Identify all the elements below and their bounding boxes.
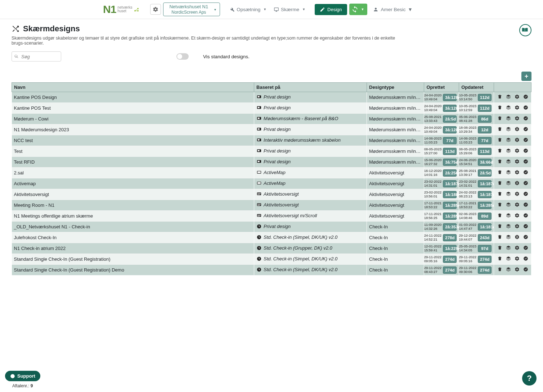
row-delete[interactable] xyxy=(497,234,503,241)
sync-button[interactable]: ▼ xyxy=(349,4,368,15)
row-stack[interactable] xyxy=(505,191,512,198)
row-delete[interactable] xyxy=(497,158,503,166)
table-row[interactable]: Standard Single Check-In (Guest Registra… xyxy=(12,265,531,275)
row-settings[interactable] xyxy=(514,201,520,209)
row-delete[interactable] xyxy=(497,137,503,144)
nav-screens[interactable]: Skærme▼ xyxy=(271,5,308,14)
row-delete[interactable] xyxy=(497,191,503,198)
row-stack[interactable] xyxy=(505,115,512,123)
table-row[interactable]: 2.salActiveMapAktivitetsoversigt16-12-20… xyxy=(12,168,531,178)
row-approve[interactable] xyxy=(522,212,529,220)
row-approve[interactable] xyxy=(522,234,529,241)
row-approve[interactable] xyxy=(522,169,529,177)
row-stack[interactable] xyxy=(505,266,512,274)
table-row[interactable]: Julefrokost Check-InStd. Check-in (Simpe… xyxy=(12,232,531,243)
row-approve[interactable] xyxy=(522,201,529,209)
row-approve[interactable] xyxy=(522,115,529,123)
row-settings[interactable] xyxy=(514,104,520,112)
row-approve[interactable] xyxy=(522,104,529,112)
table-row[interactable]: Kantine POS DesignPrivat designMøderumss… xyxy=(12,92,531,103)
std-designs-toggle[interactable] xyxy=(176,53,189,60)
row-settings[interactable] xyxy=(514,212,520,220)
row-approve[interactable] xyxy=(522,266,529,274)
search-input[interactable] xyxy=(12,51,61,61)
settings-gear-button[interactable] xyxy=(150,4,161,15)
row-stack[interactable] xyxy=(505,158,512,166)
row-stack[interactable] xyxy=(505,104,512,112)
table-row[interactable]: Test RFIDPrivat designMøderumsskærm m/in… xyxy=(12,157,531,168)
col-name[interactable]: Navn xyxy=(12,83,254,92)
row-settings[interactable] xyxy=(514,191,520,198)
row-settings[interactable] xyxy=(514,169,520,177)
row-delete[interactable] xyxy=(497,126,503,133)
row-delete[interactable] xyxy=(497,255,503,263)
col-based[interactable]: Baseret på xyxy=(254,83,367,92)
row-settings[interactable] xyxy=(514,234,520,241)
col-updated[interactable]: Opdateret xyxy=(459,83,494,92)
row-delete[interactable] xyxy=(497,212,503,220)
row-approve[interactable] xyxy=(522,126,529,133)
row-settings[interactable] xyxy=(514,180,520,187)
row-settings[interactable] xyxy=(514,137,520,144)
row-settings[interactable] xyxy=(514,94,520,101)
row-delete[interactable] xyxy=(497,180,503,187)
row-approve[interactable] xyxy=(522,137,529,144)
table-row[interactable]: Meeting Room - N1AktivitetsoversigtAktiv… xyxy=(12,200,531,211)
table-row[interactable]: Møderum - CowiMøderumsskærm - Baseret på… xyxy=(12,114,531,124)
row-delete[interactable] xyxy=(497,104,503,112)
table-row[interactable]: N1 Møderumsdesign 2023Privat designMøder… xyxy=(12,124,531,135)
row-approve[interactable] xyxy=(522,255,529,263)
row-delete[interactable] xyxy=(497,115,503,123)
table-row[interactable]: TestPrivat designMøderumsskærm m/inte...… xyxy=(12,146,531,157)
table-row[interactable]: Kantine POS TestPrivat designMøderumsskæ… xyxy=(12,103,531,114)
row-approve[interactable] xyxy=(522,245,529,252)
nav-design[interactable]: Design xyxy=(315,4,347,15)
table-row[interactable]: Standard Single Check-In (Guest Registra… xyxy=(12,254,531,265)
row-approve[interactable] xyxy=(522,180,529,187)
help-docs-button[interactable] xyxy=(519,24,531,36)
nav-setup[interactable]: Opsætning▼ xyxy=(226,5,269,14)
row-stack[interactable] xyxy=(505,255,512,263)
row-settings[interactable] xyxy=(514,158,520,166)
row-stack[interactable] xyxy=(505,245,512,252)
row-approve[interactable] xyxy=(522,158,529,166)
row-stack[interactable] xyxy=(505,223,512,231)
row-settings[interactable] xyxy=(514,147,520,155)
row-settings[interactable] xyxy=(514,266,520,274)
user-menu[interactable]: Amer Besic▼ xyxy=(373,7,412,12)
row-stack[interactable] xyxy=(505,147,512,155)
row-delete[interactable] xyxy=(497,223,503,231)
table-row[interactable]: N1 Check-in atrium 2022Std. Check-in (Gr… xyxy=(12,243,531,254)
row-approve[interactable] xyxy=(522,94,529,101)
table-row[interactable]: AktivitetsoversigtAktivitetsoversigtAkti… xyxy=(12,189,531,200)
row-stack[interactable] xyxy=(505,234,512,241)
row-stack[interactable] xyxy=(505,137,512,144)
row-stack[interactable] xyxy=(505,201,512,209)
row-stack[interactable] xyxy=(505,94,512,101)
row-settings[interactable] xyxy=(514,115,520,123)
row-delete[interactable] xyxy=(497,147,503,155)
add-design-button[interactable]: + xyxy=(521,72,531,81)
row-delete[interactable] xyxy=(497,94,503,101)
col-type[interactable]: Designtype xyxy=(367,83,424,92)
row-delete[interactable] xyxy=(497,169,503,177)
row-stack[interactable] xyxy=(505,126,512,133)
row-settings[interactable] xyxy=(514,245,520,252)
row-settings[interactable] xyxy=(514,255,520,263)
row-stack[interactable] xyxy=(505,212,512,220)
row-settings[interactable] xyxy=(514,126,520,133)
row-stack[interactable] xyxy=(505,169,512,177)
row-delete[interactable] xyxy=(497,201,503,209)
table-row[interactable]: N1 Meetings offentlige atrium skærmeAkti… xyxy=(12,211,531,222)
table-row[interactable]: ActivemapActiveMapAktivitetsoversigt23-0… xyxy=(12,178,531,189)
row-approve[interactable] xyxy=(522,223,529,231)
row-delete[interactable] xyxy=(497,266,503,274)
col-created[interactable]: Oprettet xyxy=(424,83,459,92)
org-switcher[interactable]: Netværkshuset N1 NordicScreen Aps xyxy=(163,3,220,16)
row-approve[interactable] xyxy=(522,191,529,198)
row-delete[interactable] xyxy=(497,245,503,252)
row-settings[interactable] xyxy=(514,223,520,231)
table-row[interactable]: NCC testInteraktiv møderumsskærm skabelo… xyxy=(12,135,531,146)
table-row[interactable]: _OLD_Netværkshuset N1 - Check-inPrivat d… xyxy=(12,222,531,232)
row-approve[interactable] xyxy=(522,147,529,155)
